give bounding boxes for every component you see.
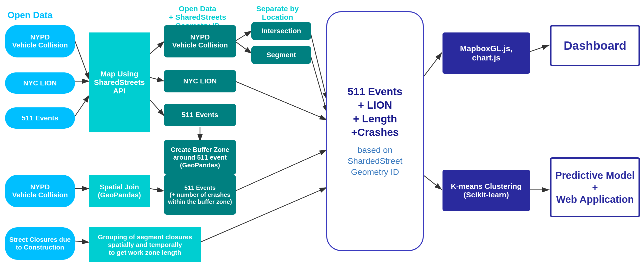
events-crashes-teal: 511 Events(+ number of crasheswithin the…	[164, 175, 236, 215]
svg-line-1	[75, 41, 90, 80]
spatial-join-box: Spatial Join(GeoPandas)	[89, 175, 150, 207]
street-closures-pill: Street Closures dueto Construction	[5, 227, 75, 260]
buffer-zone-teal: Create Buffer Zonearound 511 event(GeoPa…	[164, 140, 236, 175]
dashboard-box: Dashboard	[550, 25, 640, 66]
svg-line-4	[150, 41, 164, 54]
svg-line-7	[235, 31, 252, 41]
svg-line-3	[75, 95, 90, 116]
events-511-pill: 511 Events	[5, 107, 75, 129]
center-main-text: 511 Events+ LION+ Length+Crashes	[348, 85, 402, 139]
center-sub-text: based onShardedStreetGeometry ID	[348, 144, 402, 178]
diagram: Open Data Open Data+ SharedStreetsGeomet…	[0, 0, 644, 274]
svg-line-5	[150, 77, 164, 81]
svg-line-18	[423, 52, 442, 77]
svg-line-10	[310, 54, 327, 112]
svg-line-8	[235, 41, 252, 54]
grouping-box: Grouping of segment closuresspatially an…	[89, 227, 201, 262]
map-using-box: Map UsingSharedStreetsAPI	[89, 32, 150, 132]
kmeans-box: K-means Clustering(Scikit-learn)	[442, 170, 530, 211]
predictive-model-box: Predictive Model+Web Application	[550, 157, 640, 217]
open-data-header: Open Data	[8, 10, 52, 20]
svg-line-14	[150, 189, 164, 191]
svg-line-9	[310, 31, 327, 100]
svg-line-6	[150, 100, 164, 116]
events-511-teal: 511 Events	[164, 104, 236, 126]
nyc-lion-pill: NYC LION	[5, 72, 75, 94]
svg-line-19	[423, 175, 442, 190]
center-data-box: 511 Events+ LION+ Length+Crashes based o…	[326, 11, 424, 251]
svg-line-15	[235, 150, 327, 191]
svg-line-16	[75, 241, 90, 242]
svg-line-20	[528, 45, 550, 52]
nyc-lion-teal: NYC LION	[164, 70, 236, 92]
nypd-vc-pill-1: NYPDVehicle Collision	[5, 25, 75, 57]
intersection-box: Intersection	[251, 22, 311, 40]
segment-box: Segment	[251, 46, 311, 64]
nypd-vc-pill-2: NYPDVehicle Collision	[5, 175, 75, 207]
col3-header: Separate byLocation	[245, 4, 310, 21]
svg-line-11	[235, 81, 327, 120]
mapboxgl-box: MapboxGL.js,chart.js	[442, 32, 530, 74]
nypd-vc-teal: NYPDVehicle Collision	[164, 25, 236, 57]
